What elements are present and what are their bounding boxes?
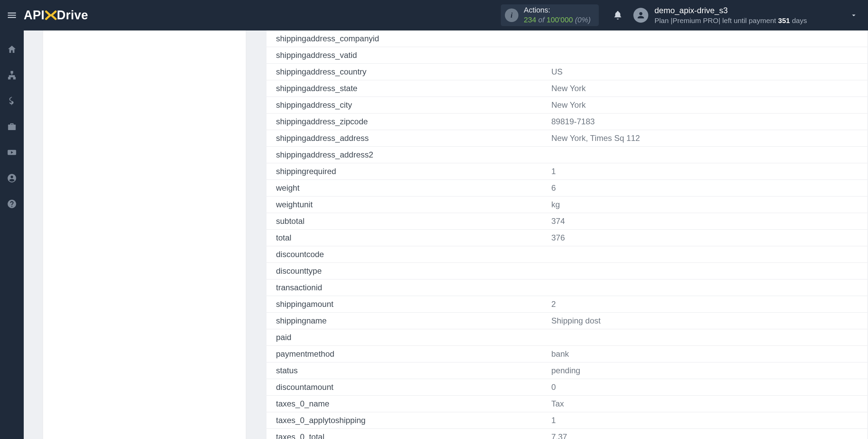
field-value: 2 [551, 296, 867, 313]
youtube-icon [7, 147, 17, 158]
field-key: shippingrequired [267, 163, 551, 180]
briefcase-icon [7, 122, 17, 132]
field-value: New York, Times Sq 112 [551, 130, 867, 147]
field-value: 6 [551, 180, 867, 196]
field-key: shippingaddress_city [267, 97, 551, 113]
data-table: shippingaddress_companyidshippingaddress… [267, 30, 867, 439]
field-value [551, 279, 867, 296]
chevron-down-icon [850, 11, 858, 19]
hamburger-menu-button[interactable] [0, 0, 24, 30]
user-circle-icon [7, 173, 17, 183]
table-row: subtotal374 [267, 213, 867, 230]
field-value: 89819-7183 [551, 113, 867, 130]
field-key: weight [267, 180, 551, 196]
table-row: shippingaddress_stateNew York [267, 80, 867, 97]
field-key: total [267, 230, 551, 246]
table-row: shippingaddress_address2 [267, 147, 867, 163]
hamburger-icon [6, 10, 17, 21]
field-value: 374 [551, 213, 867, 230]
field-key: taxes_0_total [267, 429, 551, 439]
field-value: 7.37 [551, 429, 867, 439]
table-row: taxes_0_nameTax [267, 396, 867, 412]
table-row: weight6 [267, 180, 867, 196]
field-value [551, 147, 867, 163]
field-value: Tax [551, 396, 867, 412]
field-key: discounttype [267, 263, 551, 279]
table-row: weightunitkg [267, 196, 867, 213]
nav-home[interactable] [5, 43, 19, 56]
actions-label: Actions: [524, 5, 591, 15]
left-panel [43, 30, 246, 439]
field-value: New York [551, 80, 867, 97]
logo-text-drive: Drive [57, 8, 88, 22]
account-info[interactable]: demo_apix-drive_s3 Plan |Premium PRO| le… [654, 5, 807, 26]
actions-value: 234 of 100'000 (0%) [524, 15, 591, 25]
nav-help[interactable] [5, 197, 19, 211]
field-value [551, 47, 867, 64]
actions-counter[interactable]: i Actions: 234 of 100'000 (0%) [501, 4, 599, 26]
left-sidebar [0, 30, 24, 439]
table-row: shippingaddress_countryUS [267, 64, 867, 80]
table-row: discountcode [267, 246, 867, 263]
table-row: shippingaddress_zipcode89819-7183 [267, 113, 867, 130]
field-key: discountcode [267, 246, 551, 263]
field-value: bank [551, 346, 867, 362]
field-key: shippingaddress_companyid [267, 30, 551, 47]
bell-icon [613, 10, 623, 20]
table-row: shippingrequired1 [267, 163, 867, 180]
table-row: paid [267, 329, 867, 346]
field-key: shippingaddress_address2 [267, 147, 551, 163]
notifications-button[interactable] [608, 10, 627, 20]
field-value: New York [551, 97, 867, 113]
field-key: shippingaddress_country [267, 64, 551, 80]
table-row: shippingaddress_vatid [267, 47, 867, 64]
nav-marketplace[interactable] [5, 120, 19, 133]
user-icon [636, 11, 646, 20]
field-value: kg [551, 196, 867, 213]
field-key: transactionid [267, 279, 551, 296]
logo-x-icon [44, 8, 58, 22]
table-row: shippingaddress_cityNew York [267, 97, 867, 113]
field-key: taxes_0_name [267, 396, 551, 412]
field-value: US [551, 64, 867, 80]
field-value: 376 [551, 230, 867, 246]
nav-connections[interactable] [5, 68, 19, 82]
table-row: shippingnameShipping dost [267, 313, 867, 329]
nav-billing[interactable] [5, 94, 19, 108]
field-key: taxes_0_applytoshipping [267, 412, 551, 429]
help-icon [7, 199, 17, 209]
field-key: shippingname [267, 313, 551, 329]
field-key: weightunit [267, 196, 551, 213]
table-row: taxes_0_applytoshipping1 [267, 412, 867, 429]
avatar[interactable] [633, 8, 648, 23]
field-value: 1 [551, 412, 867, 429]
table-row: discounttype [267, 263, 867, 279]
table-row: transactionid [267, 279, 867, 296]
logo[interactable]: API Drive [24, 8, 88, 22]
field-key: shippingaddress_vatid [267, 47, 551, 64]
home-icon [7, 44, 17, 55]
content-area: shippingaddress_companyidshippingaddress… [24, 30, 868, 439]
logo-text-api: API [24, 8, 45, 22]
account-name: demo_apix-drive_s3 [654, 5, 807, 16]
table-row: statuspending [267, 362, 867, 379]
account-dropdown-toggle[interactable] [848, 9, 860, 21]
field-value: 1 [551, 163, 867, 180]
nav-video[interactable] [5, 146, 19, 159]
account-subtitle: Plan |Premium PRO| left until payment 35… [654, 16, 807, 25]
table-row: discountamount0 [267, 379, 867, 396]
field-key: shippingaddress_zipcode [267, 113, 551, 130]
dollar-icon [7, 96, 17, 106]
field-key: shippingaddress_address [267, 130, 551, 147]
top-header: API Drive i Actions: 234 of 100'000 (0%)… [0, 0, 868, 30]
field-key: shippingaddress_state [267, 80, 551, 97]
table-row: shippingaddress_addressNew York, Times S… [267, 130, 867, 147]
sitemap-icon [7, 70, 17, 80]
table-row: total376 [267, 230, 867, 246]
field-value [551, 329, 867, 346]
field-key: paid [267, 329, 551, 346]
field-value: pending [551, 362, 867, 379]
nav-profile[interactable] [5, 171, 19, 185]
info-icon: i [505, 8, 518, 22]
field-key: status [267, 362, 551, 379]
